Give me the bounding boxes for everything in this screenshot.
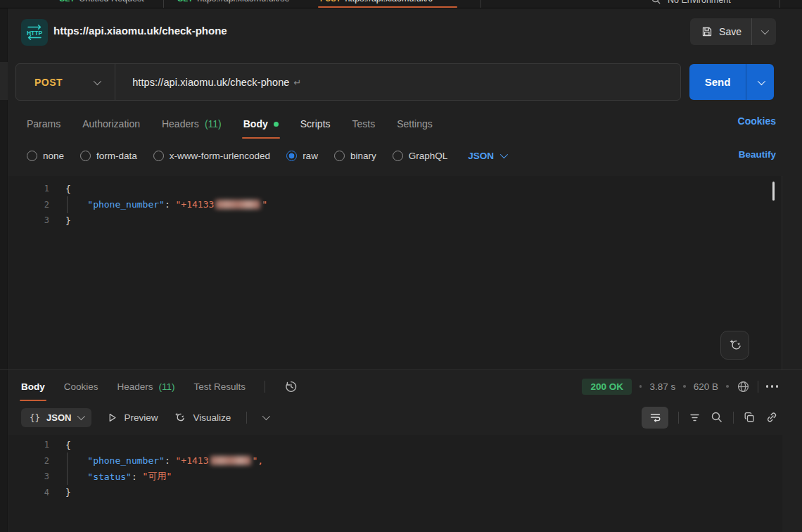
left-rail-segment[interactable]: [0, 62, 8, 100]
token-colon: :: [132, 471, 143, 482]
response-toolbar-icons: [642, 405, 778, 429]
search-response-button[interactable]: [711, 411, 723, 424]
radio-binary[interactable]: binary: [334, 151, 376, 161]
tab-headers[interactable]: Headers(11): [162, 109, 222, 139]
tab-label: Authorization: [82, 118, 140, 129]
response-size: 620 B: [694, 381, 718, 392]
tab-authorization[interactable]: Authorization: [82, 109, 140, 139]
tab-response-body[interactable]: Body: [21, 372, 45, 401]
filter-button[interactable]: [689, 412, 701, 424]
code-line: 4 }: [8, 485, 782, 501]
beautify-link[interactable]: Beautify: [739, 149, 776, 160]
network-info-button[interactable]: [737, 380, 750, 393]
radio-raw[interactable]: raw: [286, 151, 318, 161]
cookies-link[interactable]: Cookies: [738, 115, 776, 127]
token-colon: :: [165, 199, 176, 210]
save-label: Save: [719, 26, 741, 37]
send-options-button[interactable]: [746, 64, 774, 100]
headers-count: (11): [205, 118, 222, 129]
radio-none[interactable]: none: [27, 151, 64, 161]
toolbar-divider: [246, 412, 247, 424]
editor-scrollbar[interactable]: [772, 182, 775, 201]
visualize-sparkle-icon: [173, 411, 186, 424]
tab-tests[interactable]: Tests: [352, 109, 376, 139]
status-badge[interactable]: 200 OK: [582, 379, 632, 395]
more-options-button[interactable]: [766, 385, 779, 388]
save-button[interactable]: Save: [690, 18, 751, 45]
tab-test-results[interactable]: Test Results: [194, 372, 246, 401]
http-request-icon: HTTP: [21, 19, 48, 46]
headers-count: (11): [159, 381, 175, 392]
radio-icon: [153, 151, 164, 161]
code-line: 2 "phone_number": "+14133": [8, 197, 782, 213]
token-brace: {: [65, 184, 71, 194]
response-history-button[interactable]: [284, 380, 298, 393]
globe-icon: [737, 380, 750, 393]
tab-untitled-request[interactable]: GETUntitled Request: [59, 0, 144, 4]
preview-button[interactable]: Preview: [107, 412, 158, 423]
tab-scripts[interactable]: Scripts: [300, 109, 331, 139]
link-icon: [765, 411, 778, 424]
radio-icon: [334, 151, 345, 161]
body-type-options: none form-data x-www-form-urlencoded raw…: [27, 142, 802, 169]
tab-params[interactable]: Params: [27, 109, 61, 139]
tab-request-active[interactable]: POSThttps://api.xiaomu.uk/c: [320, 0, 433, 4]
tab-response-headers[interactable]: Headers(11): [117, 372, 175, 401]
tab-body[interactable]: Body: [243, 109, 279, 139]
tab-label: Body: [243, 118, 268, 129]
left-rail: [0, 8, 8, 532]
play-icon: [107, 412, 117, 423]
tab-label: Headers: [162, 118, 199, 129]
dot-separator: [726, 385, 729, 388]
method-selector[interactable]: POST: [16, 77, 115, 88]
copy-response-button[interactable]: [744, 412, 756, 424]
toolbar-divider: [733, 412, 734, 424]
tab-response-cookies[interactable]: Cookies: [64, 372, 98, 401]
radio-x-www-form-urlencoded[interactable]: x-www-form-urlencoded: [153, 151, 270, 161]
url-input[interactable]: https://api.xiaomu.uk/check-phone↵: [115, 77, 301, 88]
tab-label: Headers: [117, 381, 153, 392]
tab-request-2[interactable]: GEThttps://api.xiaomu.uk/se: [177, 0, 290, 4]
response-status-group: 200 OK 3.87 s 620 B: [582, 372, 778, 401]
request-title-bar: HTTP https://api.xiaomu.uk/check-phone S…: [8, 8, 802, 55]
radio-label: binary: [350, 151, 376, 161]
radio-form-data[interactable]: form-data: [80, 151, 137, 161]
token-brace: {: [65, 440, 71, 450]
tab-settings[interactable]: Settings: [397, 109, 433, 139]
braces-icon: {}: [30, 412, 40, 423]
postbot-button[interactable]: [720, 331, 749, 360]
token-string: "+1413: [176, 455, 209, 466]
wrap-text-button[interactable]: [642, 407, 668, 429]
response-time: 3.87 s: [649, 381, 675, 392]
visualize-button[interactable]: Visualize: [173, 411, 231, 424]
workspace-tab-bar: GETUntitled Request GEThttps://api.xiaom…: [0, 0, 802, 8]
tab-label: Body: [21, 381, 45, 392]
response-format-selector[interactable]: {} JSON: [21, 408, 91, 427]
radio-label: GraphQL: [409, 151, 448, 161]
wrap-text-icon: [649, 412, 661, 424]
radio-icon: [80, 151, 91, 161]
save-button-group: Save: [690, 18, 776, 45]
environment-selector[interactable]: No Environment: [651, 0, 731, 5]
search-icon: [711, 411, 723, 424]
send-button-group: Send: [689, 64, 774, 100]
response-body-viewer[interactable]: 1 { 2 "phone_number": "+1413", 3 "status…: [8, 435, 782, 532]
share-link-button[interactable]: [765, 411, 778, 424]
send-button[interactable]: Send: [689, 64, 746, 100]
tab-label: Cookies: [64, 381, 98, 392]
radio-selected-icon: [286, 151, 297, 161]
chevron-down-icon[interactable]: [262, 412, 270, 420]
active-tab-underline: [318, 6, 457, 8]
radio-graphql[interactable]: GraphQL: [393, 151, 448, 161]
send-label: Send: [705, 76, 731, 88]
line-number: 1: [8, 184, 49, 194]
chevron-down-icon: [94, 77, 101, 84]
code-line: 1 {: [8, 181, 782, 197]
raw-format-selector[interactable]: JSON: [468, 151, 506, 161]
save-options-button[interactable]: [752, 18, 776, 45]
return-symbol: ↵: [293, 77, 301, 88]
token-key: "phone_number": [87, 199, 165, 210]
request-body-editor[interactable]: 1 { 2 "phone_number": "+14133" 3 }: [8, 176, 782, 369]
postbot-sparkle-icon: [727, 338, 743, 353]
tab-separator: [163, 0, 164, 8]
